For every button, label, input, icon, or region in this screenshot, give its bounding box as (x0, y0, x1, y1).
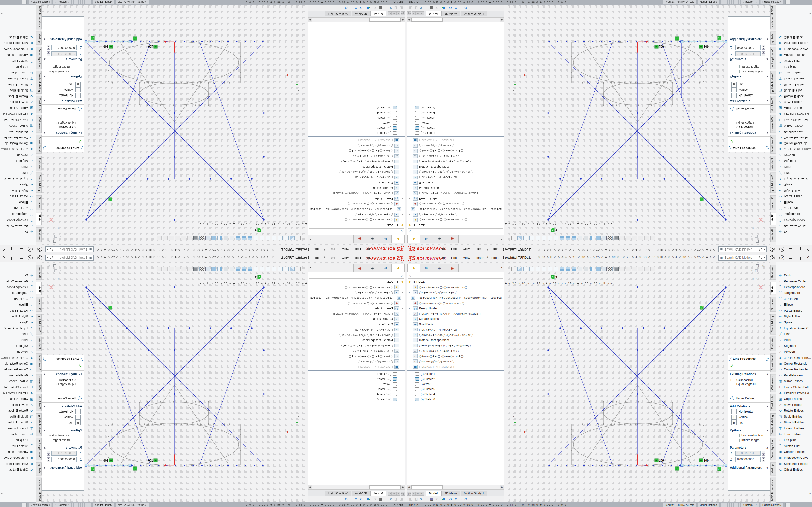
flyout-tool-item[interactable]: ⌒ 3 Point Arc (0, 205, 36, 211)
flyout-tool-item[interactable]: ▣ Copy Entities (776, 105, 812, 111)
motion-toolbar-icon[interactable]: ▂▅▇ (367, 6, 372, 10)
view-toolbar-icon[interactable] (254, 267, 258, 271)
checkbox[interactable] (737, 434, 740, 437)
angle-parameter-input[interactable] (737, 457, 759, 461)
existing-relations-header[interactable]: Existing Relations ∧ (42, 130, 84, 135)
motion-toolbar-icon[interactable]: ⚙ (454, 497, 457, 501)
tree-row[interactable]: ▸ ◉ ◯25◎25И3Ɛ25◯∘◯52Ɛ3И52◎52◯ (407, 300, 504, 306)
model-tab[interactable]: Motion Study 1 (325, 491, 351, 496)
motion-toolbar-icon[interactable]: ◧ (394, 497, 398, 501)
flyout-tool-item[interactable]: ◫ Mirror Entities (0, 123, 36, 129)
motion-toolbar-icon[interactable]: ⚙ (464, 497, 468, 501)
sketch-row[interactable]: (-) Sketch6 (407, 105, 504, 110)
flyout-tool-item[interactable]: ƒ Equation Driven Curve (0, 176, 36, 181)
view-toolbar-icon[interactable] (157, 267, 162, 271)
flyout-tool-item[interactable]: ∿ Spline (0, 181, 36, 187)
search-box[interactable]: ▣ ▾ (718, 255, 767, 261)
view-toolbar-icon[interactable] (554, 236, 558, 240)
motion-toolbar-icon[interactable]: ✎ (389, 497, 392, 501)
relation-item[interactable]: Equal length109 (737, 382, 764, 386)
flyout-tool-item[interactable]: ◈ 3 Point Center Recta... (776, 355, 812, 360)
flyout-tool-item[interactable]: ∷ Linear Sketch Pattern (776, 384, 812, 390)
flyout-tool-item[interactable]: ⌒ Centerpoint Arc (776, 217, 812, 223)
flyout-tool-item[interactable]: ▪ Point (776, 337, 812, 343)
ok-check-icon[interactable]: ✔ (728, 138, 770, 145)
tree-row[interactable]: ▸ ★ ◯253Ɛ✚∘◉VAΦ◯∘◯ΦAV◉∘✚Ɛ352◯ (308, 217, 405, 223)
motion-toolbar-icon[interactable]: ◧ (394, 6, 398, 10)
expand-arrow-icon[interactable]: ▸ (400, 192, 403, 195)
menu-item[interactable]: Tools (491, 247, 499, 251)
flyout-tool-item[interactable]: ▣ Convert Entities (0, 52, 36, 58)
model-tab[interactable]: Model (426, 11, 441, 16)
commandmanager-tab[interactable]: MBD Dimensions (36, 4, 42, 30)
collapse-caret-icon[interactable]: ∨ (44, 466, 46, 469)
flyout-tool-item[interactable]: ▣ Center Rectangle (776, 140, 812, 146)
expand-arrow-icon[interactable]: ▸ (409, 313, 412, 315)
commandmanager-tab[interactable]: Weldments (770, 374, 776, 392)
view-toolbar-icon[interactable] (536, 236, 540, 240)
menu-item[interactable]: File (367, 256, 372, 260)
scroll-thumb[interactable] (411, 485, 443, 489)
search-box[interactable]: ▣ ▾ (45, 246, 94, 252)
commandmanager-tab[interactable]: Markup (770, 32, 776, 45)
view-toolbar-icon[interactable] (529, 236, 534, 240)
flyout-tool-item[interactable]: ⌒ Sketch Fillet (0, 443, 36, 449)
tab-featuremanager-tree[interactable]: ❖ (392, 264, 405, 272)
motion-toolbar-icon[interactable]: ▼ (436, 497, 438, 501)
view-toolbar-icon[interactable] (217, 267, 222, 271)
add-relations-header[interactable]: Add Relations ∧ (728, 404, 770, 409)
view-toolbar-icon[interactable] (548, 236, 552, 240)
scroll-right-icon[interactable]: ▶ (500, 485, 504, 489)
collapse-caret-icon[interactable]: ∨ (44, 38, 46, 41)
scroll-left-icon[interactable]: ◀ (407, 485, 411, 489)
flyout-tool-item[interactable]: ▭ Corner Rectangle (776, 367, 812, 372)
flyout-tool-item[interactable]: ∿ Style Spline (776, 314, 812, 320)
flyout-expand-icon[interactable]: » (809, 12, 811, 15)
flyout-tool-item[interactable]: ╱ Line (0, 170, 36, 176)
panel-help-icon[interactable]: ? (43, 356, 47, 361)
flyout-tool-item[interactable]: ∿ Spline (0, 320, 36, 325)
model-tab[interactable]: Motion Study 1 (325, 11, 351, 16)
view-toolbar-icon[interactable] (572, 236, 576, 240)
flyout-tool-item[interactable]: ↗ Move Entities (776, 99, 812, 105)
view-toolbar-icon[interactable] (578, 267, 582, 271)
tree-row[interactable]: ▸ ◆ Solid Bodies (308, 322, 405, 327)
model-tab[interactable]: Model (371, 491, 386, 496)
view-toolbar-icon[interactable] (187, 267, 192, 271)
collapse-caret-icon[interactable]: ∧ (766, 429, 768, 432)
checkbox-label[interactable]: For construction (49, 70, 70, 73)
tree-root-row[interactable]: ❖ TЯPDL2. (308, 223, 405, 228)
sketch-row[interactable]: Sketch3 (308, 120, 405, 125)
view-toolbar-icon[interactable] (566, 236, 570, 240)
model-tab[interactable]: Motion Study 1 (461, 491, 487, 496)
relations-list[interactable]: Collinear108Equal length109 (47, 377, 77, 395)
motion-toolbar-icon[interactable]: ⚙ (345, 497, 348, 501)
sketch-row[interactable]: Sketch3 (407, 120, 504, 125)
flyout-tool-item[interactable]: ∪ Fit Spline (0, 64, 36, 70)
sign-in-icon[interactable] (770, 247, 775, 251)
model-tab[interactable]: Model (426, 491, 441, 496)
tab-displaymanager[interactable]: ◉ (446, 264, 459, 272)
expand-arrow-icon[interactable]: ▸ (400, 139, 403, 142)
sketch-row[interactable]: Sketch3 (308, 382, 405, 387)
confirmation-corner-cancel-icon[interactable]: ✕ (48, 283, 54, 292)
view-toolbar-icon[interactable] (272, 236, 276, 240)
motion-toolbar-icon[interactable]: ▦ (430, 497, 433, 501)
tab-propertymanager[interactable]: ⌘ (379, 264, 392, 272)
menu-item[interactable]: Edit (451, 256, 457, 260)
ok-check-icon[interactable]: ✔ (42, 362, 84, 369)
relation-button-icon[interactable]: ⚓ (731, 420, 737, 425)
collapse-caret-icon[interactable]: ∧ (44, 58, 46, 61)
tree-row[interactable]: ▸ ▱ ◯·◎✚◯✱◉I◯∘◯I◉✱◯✚◎·◯ (407, 348, 504, 353)
flyout-tool-item[interactable]: ∪ Fit Spline (776, 437, 812, 443)
view-toolbar-icon[interactable] (169, 267, 174, 271)
tab-displaymanager[interactable]: ◉ (353, 264, 366, 272)
restore-button[interactable] (797, 255, 802, 261)
checkbox-label[interactable]: Infinite length (742, 439, 759, 442)
panel-help-icon[interactable]: ? (765, 356, 769, 361)
motion-toolbar-icon[interactable]: ◧ (400, 497, 403, 501)
flyout-tool-item[interactable]: ∿ Style Spline (0, 187, 36, 193)
collapse-caret-icon[interactable]: ∧ (44, 429, 46, 432)
relation-button-label[interactable]: Horizontal (59, 410, 73, 413)
view-toolbar-icon[interactable] (242, 236, 246, 240)
